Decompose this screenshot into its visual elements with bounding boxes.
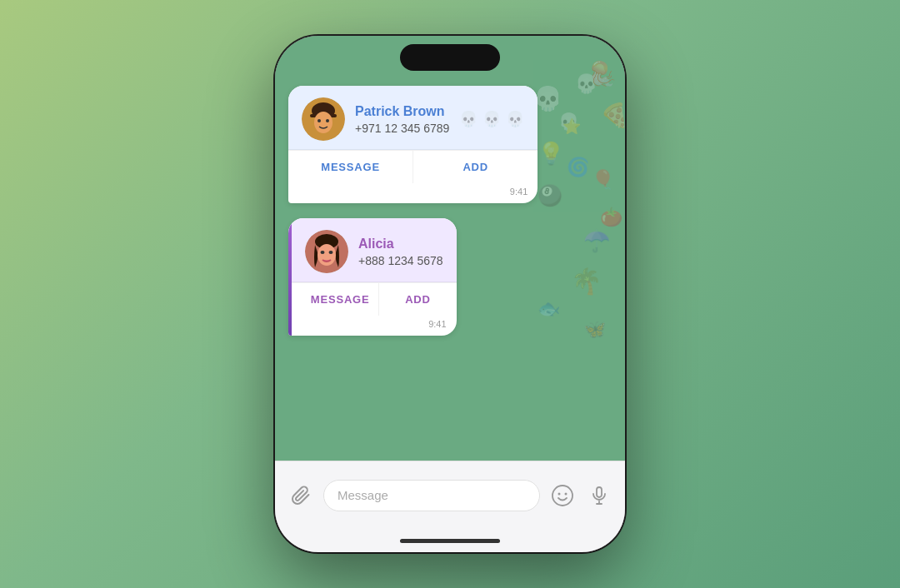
message-button-patrick[interactable]: MESSAGE — [288, 151, 413, 183]
svg-text:🦋: 🦋 — [583, 318, 607, 341]
microphone-icon[interactable] — [585, 481, 613, 510]
svg-text:🍕: 🍕 — [600, 102, 625, 129]
home-indicator — [275, 529, 625, 552]
accent-bar-alicia — [288, 218, 292, 336]
notch — [400, 44, 500, 71]
svg-text:⭐: ⭐ — [562, 117, 582, 136]
chat-area: 💀 💀 💀 🪼 🍕 💡 🌀 🎈 🎱 ⭐ ☂️ 🍅 🌴 🐟 — [275, 36, 625, 461]
contact-info-alicia: Alicia +888 1234 5678 — [358, 237, 443, 267]
contact-name-alicia: Alicia — [358, 237, 443, 252]
svg-text:🪼: 🪼 — [588, 60, 617, 87]
svg-point-18 — [314, 112, 332, 133]
svg-point-28 — [565, 492, 568, 495]
card-actions-alicia: MESSAGE ADD — [288, 282, 457, 316]
svg-text:💀: 💀 — [533, 85, 562, 112]
avatar-alicia — [305, 230, 348, 273]
message-button-alicia[interactable]: MESSAGE — [302, 283, 379, 316]
svg-point-20 — [326, 119, 329, 122]
svg-point-27 — [558, 492, 561, 495]
skull-icon-1: 💀 — [459, 110, 478, 128]
svg-text:🎈: 🎈 — [592, 168, 615, 191]
timestamp-alicia: 9:41 — [288, 316, 457, 336]
avatar-patrick — [302, 97, 345, 141]
svg-point-24 — [321, 251, 325, 254]
phone-frame: 💀 💀 💀 🪼 🍕 💡 🌀 🎈 🎱 ⭐ ☂️ 🍅 🌴 🐟 — [275, 36, 625, 552]
svg-text:🍅: 🍅 — [600, 206, 623, 228]
svg-point-19 — [318, 119, 321, 122]
skull-decorations: 💀 💀 💀 — [459, 110, 524, 128]
svg-text:☂️: ☂️ — [583, 227, 611, 254]
message-input[interactable]: Message — [323, 480, 540, 511]
contact-card-alicia: Alicia +888 1234 5678 — [288, 218, 457, 282]
contact-bubble-patrick: Patrick Brown +971 12 345 6789 💀 💀 💀 MES… — [288, 86, 538, 203]
contact-name-patrick: Patrick Brown — [355, 104, 449, 119]
sticker-icon[interactable] — [548, 481, 577, 510]
svg-text:💡: 💡 — [538, 140, 565, 167]
svg-point-23 — [318, 244, 336, 266]
svg-text:🌴: 🌴 — [571, 267, 602, 296]
home-bar — [400, 539, 500, 543]
svg-point-25 — [329, 251, 333, 254]
svg-point-26 — [552, 486, 572, 506]
skull-icon-3: 💀 — [506, 110, 524, 128]
svg-text:💀: 💀 — [575, 72, 598, 95]
contact-phone-alicia: +888 1234 5678 — [358, 254, 443, 267]
attachment-icon[interactable] — [287, 481, 315, 510]
svg-text:🎱: 🎱 — [538, 183, 562, 207]
timestamp-patrick: 9:41 — [288, 183, 538, 203]
contact-card-patrick: Patrick Brown +971 12 345 6789 💀 💀 💀 — [288, 86, 538, 150]
contact-bubble-alicia: Alicia +888 1234 5678 MESSAGE ADD 9:41 — [288, 218, 457, 336]
message-placeholder: Message — [338, 488, 388, 502]
contact-info-patrick: Patrick Brown +971 12 345 6789 — [355, 104, 449, 135]
skull-icon-2: 💀 — [482, 110, 501, 128]
add-button-alicia[interactable]: ADD — [379, 283, 456, 316]
input-bar: Message — [275, 461, 625, 529]
svg-text:🐟: 🐟 — [538, 297, 561, 320]
svg-text:💀: 💀 — [558, 112, 579, 132]
svg-rect-29 — [597, 487, 602, 497]
contact-phone-patrick: +971 12 345 6789 — [355, 122, 449, 135]
svg-text:🌀: 🌀 — [567, 156, 590, 178]
card-actions-patrick: MESSAGE ADD — [288, 150, 538, 183]
add-button-patrick[interactable]: ADD — [413, 151, 538, 183]
